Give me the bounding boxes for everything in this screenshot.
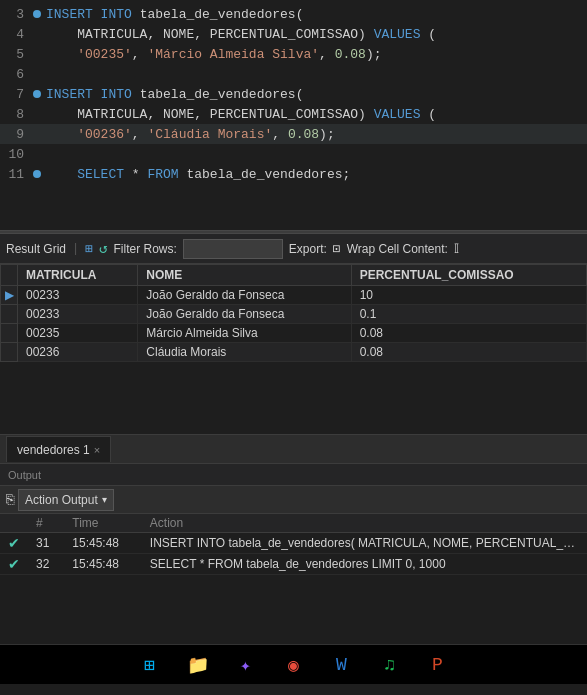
result-section: Result Grid | ⊞ ↺ Filter Rows: Export: ⊡…	[0, 234, 587, 434]
table-row: ▶00233João Geraldo da Fonseca10	[1, 286, 587, 305]
chrome-icon: ◉	[288, 654, 299, 676]
line-dot	[32, 170, 42, 178]
table-cell: 00233	[18, 286, 138, 305]
table-cell: João Geraldo da Fonseca	[138, 286, 351, 305]
line-content: INSERT INTO tabela_de_vendedores(	[42, 87, 303, 102]
log-num: 31	[28, 533, 64, 554]
line-number: 4	[4, 27, 32, 42]
result-col-header: PERCENTUAL_COMISSAO	[351, 265, 586, 286]
export-icon[interactable]: ⊡	[333, 241, 341, 257]
col-row-indicator	[1, 265, 18, 286]
result-table-wrapper: MATRICULANOMEPERCENTUAL_COMISSAO▶00233Jo…	[0, 264, 587, 434]
row-indicator	[1, 324, 18, 343]
log-row: ✔3215:45:48SELECT * FROM tabela_de_vende…	[0, 554, 587, 575]
table-cell: 0.1	[351, 305, 586, 324]
table-cell: Cláudia Morais	[138, 343, 351, 362]
line-dot	[32, 90, 42, 98]
powerpoint-taskbar-icon[interactable]: P	[424, 651, 452, 679]
grid-icon: ⊞	[85, 241, 93, 257]
col-num: #	[28, 514, 64, 533]
row-indicator	[1, 305, 18, 324]
output-header: Output	[0, 464, 587, 486]
table-row: 00235Márcio Almeida Silva0.08	[1, 324, 587, 343]
tab-close-button[interactable]: ×	[94, 444, 100, 456]
line-number: 10	[4, 147, 32, 162]
filter-rows-input[interactable]	[183, 239, 283, 259]
log-status: ✔	[0, 533, 28, 554]
result-toolbar: Result Grid | ⊞ ↺ Filter Rows: Export: ⊡…	[0, 234, 587, 264]
line-number: 5	[4, 47, 32, 62]
col-status	[0, 514, 28, 533]
line-dot	[32, 10, 42, 18]
table-row: 00236Cláudia Morais0.08	[1, 343, 587, 362]
output-log-table: # Time Action ✔3115:45:48INSERT INTO tab…	[0, 514, 587, 575]
log-time: 15:45:48	[64, 533, 142, 554]
wrap-cell-label: Wrap Cell Content:	[347, 242, 448, 256]
log-row: ✔3115:45:48INSERT INTO tabela_de_vendedo…	[0, 533, 587, 554]
line-content: MATRICULA, NOME, PERCENTUAL_COMISSAO) VA…	[42, 107, 436, 122]
code-line: 4 MATRICULA, NOME, PERCENTUAL_COMISSAO) …	[0, 24, 587, 44]
result-table: MATRICULANOMEPERCENTUAL_COMISSAO▶00233Jo…	[0, 264, 587, 362]
dropdown-arrow-icon: ▾	[102, 494, 107, 505]
refresh-icon[interactable]: ↺	[99, 240, 107, 257]
log-action: INSERT INTO tabela_de_vendedores( MATRIC…	[142, 533, 587, 554]
log-action: SELECT * FROM tabela_de_vendedores LIMIT…	[142, 554, 587, 575]
code-line: 8 MATRICULA, NOME, PERCENTUAL_COMISSAO) …	[0, 104, 587, 124]
tab-item-vendedores[interactable]: vendedores 1 ×	[6, 436, 111, 462]
output-wrapper: Output ⎘ Action Output ▾ # Time Action ✔…	[0, 464, 587, 644]
row-indicator	[1, 343, 18, 362]
word-taskbar-icon[interactable]: W	[328, 651, 356, 679]
export-label: Export:	[289, 242, 327, 256]
file-explorer-taskbar-icon[interactable]: 📁	[184, 651, 212, 679]
code-line: 9 '00236', 'Cláudia Morais', 0.08);	[0, 124, 587, 144]
table-cell: Márcio Almeida Silva	[138, 324, 351, 343]
line-number: 9	[4, 127, 32, 142]
visual-studio-icon: ✦	[240, 654, 251, 676]
powerpoint-icon: P	[432, 655, 443, 675]
output-header-label: Output	[8, 469, 41, 481]
line-number: 8	[4, 107, 32, 122]
visual-studio-taskbar-icon[interactable]: ✦	[232, 651, 260, 679]
table-cell: 0.08	[351, 324, 586, 343]
file-explorer-icon: 📁	[187, 654, 209, 676]
windows-icon: ⊞	[144, 654, 155, 676]
spotify-icon: ♫	[384, 655, 395, 675]
tab-bar: vendedores 1 ×	[0, 434, 587, 464]
code-line: 10	[0, 144, 587, 164]
line-content: SELECT * FROM tabela_de_vendedores;	[42, 167, 350, 182]
copy-icon[interactable]: ⎘	[6, 492, 14, 508]
code-line: 3INSERT INTO tabela_de_vendedores(	[0, 4, 587, 24]
output-toolbar: ⎘ Action Output ▾	[0, 486, 587, 514]
action-output-label: Action Output	[25, 493, 98, 507]
table-row: 00233João Geraldo da Fonseca0.1	[1, 305, 587, 324]
log-status: ✔	[0, 554, 28, 575]
taskbar: ⊞📁✦◉W♫P	[0, 644, 587, 684]
spotify-taskbar-icon[interactable]: ♫	[376, 651, 404, 679]
windows-taskbar-icon[interactable]: ⊞	[136, 651, 164, 679]
wrap-icon[interactable]: 𝕀	[454, 241, 459, 257]
code-line: 6	[0, 64, 587, 84]
line-content: MATRICULA, NOME, PERCENTUAL_COMISSAO) VA…	[42, 27, 436, 42]
chrome-taskbar-icon[interactable]: ◉	[280, 651, 308, 679]
table-cell: 10	[351, 286, 586, 305]
line-number: 7	[4, 87, 32, 102]
result-tab-sep: |	[72, 242, 79, 256]
table-cell: 00233	[18, 305, 138, 324]
code-line: 7INSERT INTO tabela_de_vendedores(	[0, 84, 587, 104]
table-cell: 0.08	[351, 343, 586, 362]
word-icon: W	[336, 655, 347, 675]
line-content: '00236', 'Cláudia Morais', 0.08);	[42, 127, 335, 142]
tab-label: vendedores 1	[17, 443, 90, 457]
table-cell: João Geraldo da Fonseca	[138, 305, 351, 324]
log-time: 15:45:48	[64, 554, 142, 575]
line-number: 6	[4, 67, 32, 82]
result-grid-tab[interactable]: Result Grid	[6, 242, 66, 256]
code-editor: 3INSERT INTO tabela_de_vendedores(4 MATR…	[0, 0, 587, 230]
line-number: 3	[4, 7, 32, 22]
result-col-header: NOME	[138, 265, 351, 286]
col-time: Time	[64, 514, 142, 533]
log-num: 32	[28, 554, 64, 575]
line-content: '00235', 'Márcio Almeida Silva', 0.08);	[42, 47, 382, 62]
result-col-header: MATRICULA	[18, 265, 138, 286]
action-output-dropdown[interactable]: Action Output ▾	[18, 489, 114, 511]
